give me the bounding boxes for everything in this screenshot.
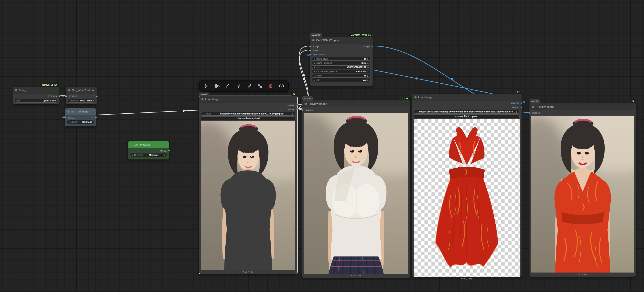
output-row-mask: MASK	[128, 149, 169, 153]
output-port-image[interactable]	[296, 104, 298, 106]
collapse-dot-icon[interactable]	[312, 39, 314, 41]
image-size-caption: 512 × 768	[199, 270, 297, 274]
node-preview-image-8[interactable]: 0.027s #8 Preview Image images	[530, 103, 636, 277]
node-graph-canvas[interactable]: comfyui-va #26 String STRING text Upper …	[0, 0, 644, 292]
output-port-wildcard[interactable]	[96, 95, 98, 97]
input-port-mask[interactable]	[309, 50, 311, 51]
constant-widget[interactable]: Constant OriImage	[67, 120, 94, 124]
run-node-button[interactable]	[203, 83, 210, 89]
output-row-image: IMAGE	[199, 103, 297, 107]
decrement-arrow-icon[interactable]: ◀	[314, 79, 315, 81]
increment-arrow-icon[interactable]: ▶	[367, 70, 369, 72]
node-header[interactable]: CatVTON Wrapper	[310, 37, 372, 44]
decrement-arrow-icon[interactable]: ◀	[314, 62, 315, 64]
combo-right-arrow-icon[interactable]: ▶	[516, 111, 518, 113]
increment-arrow-icon[interactable]: ▶	[367, 62, 369, 64]
node-header[interactable]: Load Image	[199, 96, 297, 102]
node-id-badge: #38	[402, 96, 410, 100]
node-get-masking[interactable]: Get_Masking MASK ◀ Constant Masking ▶	[128, 141, 169, 160]
output-port-string[interactable]	[58, 95, 60, 97]
node-header[interactable]: Preview Image	[302, 100, 410, 107]
constant-combo-widget[interactable]: ◀ Constant Masking ▶	[130, 153, 167, 157]
mask-grow-widget[interactable]: ◀ mask_grow 25 ▶	[312, 57, 371, 61]
output-port-mask[interactable]	[296, 108, 298, 110]
combo-left-arrow-icon[interactable]: ◀	[132, 154, 133, 156]
steps-widget[interactable]: ◀ steps 25 ▶	[312, 74, 371, 78]
node-header[interactable]: Get_Masking	[128, 141, 169, 148]
collapse-dot-icon[interactable]	[414, 96, 416, 98]
node-title-text: Preview Image	[536, 105, 554, 108]
decrement-arrow-icon[interactable]: ◀	[314, 70, 315, 72]
combo-right-arrow-icon[interactable]: ▶	[164, 154, 166, 156]
collapse-dot-icon[interactable]	[130, 144, 132, 146]
collapse-dot-icon[interactable]	[15, 89, 17, 91]
input-port-image[interactable]	[309, 46, 311, 47]
node-set-whattomask[interactable]: Set_WhatToMask STRING * Constant WhatToM…	[66, 87, 97, 104]
output-port-wildcard[interactable]	[95, 117, 97, 118]
choose-file-button[interactable]: choose file to upload	[414, 114, 520, 118]
node-color-button[interactable]	[214, 83, 220, 89]
bypass-route-icon	[226, 84, 230, 88]
combo-left-arrow-icon[interactable]: ◀	[416, 111, 417, 113]
collapse-node-button[interactable]	[257, 83, 263, 89]
increment-arrow-icon[interactable]: ▶	[367, 79, 369, 81]
decrement-arrow-icon[interactable]: ◀	[314, 58, 315, 60]
node-load-image-2[interactable]: 0.072s #2 Load Image IMAGE MASK ◀ image …	[199, 96, 298, 274]
choose-file-button[interactable]: choose file to upload	[201, 116, 295, 120]
combo-right-arrow-icon[interactable]: ▶	[292, 113, 294, 115]
node-header[interactable]: Load Image	[412, 94, 522, 100]
increment-arrow-icon[interactable]: ▶	[367, 75, 369, 77]
input-port-refer-image[interactable]	[309, 54, 311, 55]
cfg-widget[interactable]: ◀ cfg 3.0 ▶	[312, 78, 371, 82]
delete-node-button[interactable]	[268, 83, 274, 89]
node-load-image-7[interactable]: #7 Load Image IMAGE MASK ◀ imgbin-dress-…	[412, 94, 522, 277]
node-title-text: Set_WhatToMask	[72, 88, 94, 92]
image-size-caption: 728 × 1089	[412, 277, 522, 281]
node-title-badge: comfyui-va #26	[40, 83, 59, 87]
pushpin-icon	[236, 84, 241, 88]
seed-widget[interactable]: ◀ seed 453033228877287 ▶	[312, 66, 371, 69]
person-white-shirt-image	[304, 113, 408, 274]
bypass-node-button[interactable]	[225, 83, 231, 89]
collapse-dot-icon[interactable]	[201, 98, 204, 100]
decrement-arrow-icon[interactable]: ◀	[314, 66, 315, 68]
decrement-arrow-icon[interactable]: ◀	[314, 75, 315, 77]
node-header[interactable]: Set_OriImage	[65, 108, 96, 115]
output-port-image[interactable]	[520, 102, 522, 104]
node-string[interactable]: comfyui-va #26 String STRING text Upper …	[12, 87, 60, 104]
input-port-string[interactable]	[65, 95, 67, 97]
execution-time-badge: 0.027s	[530, 99, 540, 104]
output-row-mask: MASK	[199, 107, 297, 111]
increment-arrow-icon[interactable]: ▶	[367, 66, 369, 68]
increment-arrow-icon[interactable]: ▶	[367, 58, 369, 60]
help-button[interactable]: ?	[278, 83, 285, 89]
input-row-refer-image: refer_image	[310, 52, 372, 56]
input-port-image[interactable]	[64, 117, 66, 118]
text-widget[interactable]: text Upper Body	[14, 99, 58, 102]
collapse-dot-icon[interactable]	[304, 103, 307, 105]
collapse-dot-icon[interactable]	[68, 89, 70, 91]
node-header[interactable]: Preview Image	[530, 104, 636, 110]
image-file-combo-widget[interactable]: ◀ image clipspace/clipspace-painted-mask…	[201, 112, 295, 116]
edit-node-button[interactable]	[246, 83, 252, 89]
collapse-dot-icon[interactable]	[532, 106, 534, 108]
collapse-arrows-icon	[258, 84, 262, 88]
node-catvton-wrapper[interactable]: 22.528s CatVTON_Wrap #1 CatVTON Wrapper …	[310, 37, 373, 86]
output-port-image[interactable]	[372, 46, 374, 47]
constant-widget[interactable]: Constant WhatToMask	[68, 99, 95, 102]
node-preview-image-38[interactable]: 0.045s #38 Preview Image images	[302, 100, 410, 278]
input-row-image: IMAGE *	[65, 116, 96, 120]
output-port-mask[interactable]	[168, 150, 170, 152]
image-file-combo-widget[interactable]: ◀ imgbin-dress-skirt-evening-gown-woman-…	[414, 110, 520, 114]
combo-left-arrow-icon[interactable]: ◀	[203, 113, 204, 115]
input-port-images[interactable]	[302, 109, 303, 111]
mixed-precision-widget[interactable]: ◀ mixed_precision fp16 ▶	[312, 61, 371, 65]
node-header[interactable]: Set_WhatToMask	[66, 87, 97, 94]
node-set-oriimage[interactable]: Set_OriImage IMAGE * Constant OriImage	[65, 108, 96, 126]
node-header[interactable]: String	[13, 87, 59, 94]
collapse-dot-icon[interactable]	[67, 110, 70, 113]
input-port-images[interactable]	[529, 112, 530, 114]
pin-node-button[interactable]	[236, 83, 242, 89]
control-after-generate-widget[interactable]: ◀ control after generate randomize ▶	[312, 70, 371, 73]
output-port-mask[interactable]	[520, 106, 522, 108]
